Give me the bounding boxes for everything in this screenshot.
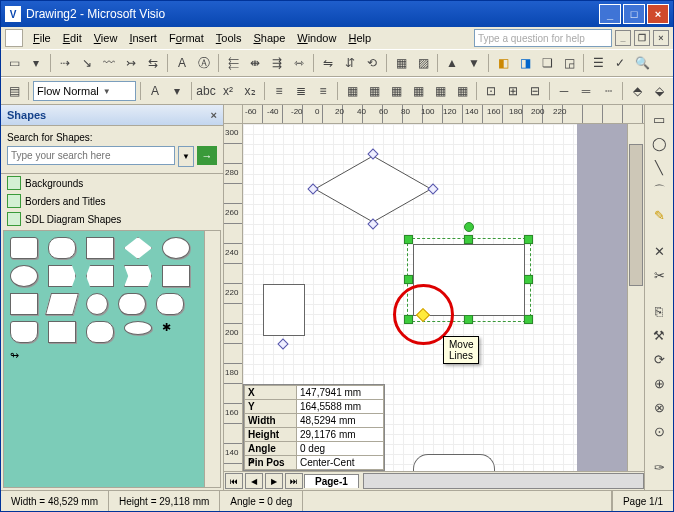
- palette-shape[interactable]: [10, 237, 38, 259]
- palette-shape[interactable]: [10, 293, 38, 315]
- stamp-tool-icon[interactable]: ⎘: [649, 301, 669, 321]
- palette-shape[interactable]: ↬: [10, 349, 36, 369]
- menu-tools[interactable]: Tools: [210, 30, 248, 46]
- align-left-icon[interactable]: ⬱: [223, 53, 243, 73]
- conn-double-icon[interactable]: ⇆: [143, 53, 163, 73]
- palette-shape[interactable]: [48, 321, 76, 343]
- rotate-icon[interactable]: ⟲: [362, 53, 382, 73]
- line3-icon[interactable]: ┄: [598, 81, 618, 101]
- shapes-search-input[interactable]: [7, 146, 175, 165]
- palette-shape[interactable]: [86, 265, 114, 287]
- vertical-scrollbar[interactable]: [627, 124, 644, 471]
- connection-point-icon[interactable]: ✕: [649, 241, 669, 261]
- palette-shape[interactable]: [86, 293, 108, 315]
- conn-straight-icon[interactable]: ↘: [77, 53, 97, 73]
- pencil-tool-icon[interactable]: ✎: [649, 205, 669, 225]
- spell-icon[interactable]: ✓: [610, 53, 630, 73]
- fragment-icon[interactable]: ⊗: [649, 397, 669, 417]
- resize-handle[interactable]: [404, 235, 413, 244]
- font-icon[interactable]: A: [145, 81, 165, 101]
- palette-shape[interactable]: [124, 321, 152, 335]
- page-tab[interactable]: Page-1: [304, 474, 359, 488]
- menu-help[interactable]: Help: [342, 30, 377, 46]
- pointer-tool-icon[interactable]: ▭: [4, 53, 24, 73]
- ellipse-tool-icon[interactable]: ◯: [649, 133, 669, 153]
- diamond-shape[interactable]: [313, 154, 433, 224]
- rounded-shape[interactable]: [413, 454, 495, 471]
- palette-shape[interactable]: [86, 321, 114, 343]
- distribute-icon[interactable]: ⇿: [289, 53, 309, 73]
- grid2-icon[interactable]: ▦: [364, 81, 384, 101]
- flip-h-icon[interactable]: ⇋: [318, 53, 338, 73]
- fill-color-icon[interactable]: ◧: [493, 53, 513, 73]
- text-block-icon[interactable]: Ⓐ: [194, 53, 214, 73]
- stencil-sdl[interactable]: SDL Diagram Shapes: [1, 210, 223, 228]
- grid3-icon[interactable]: ▦: [386, 81, 406, 101]
- connector3-icon[interactable]: ⊟: [525, 81, 545, 101]
- stencil-backgrounds[interactable]: Backgrounds: [1, 174, 223, 192]
- minimize-button[interactable]: _: [599, 4, 621, 24]
- tab-nav-last[interactable]: ⏭: [285, 473, 303, 489]
- layers-icon[interactable]: ☰: [588, 53, 608, 73]
- rectangle-tool-icon[interactable]: ▭: [649, 109, 669, 129]
- shadow-icon[interactable]: ❏: [537, 53, 557, 73]
- send-back-icon[interactable]: ▼: [464, 53, 484, 73]
- shapes-search-go-button[interactable]: →: [197, 146, 217, 165]
- text-tool-icon[interactable]: A: [172, 53, 192, 73]
- resize-handle[interactable]: [464, 235, 473, 244]
- superscript-icon[interactable]: x²: [218, 81, 238, 101]
- help-question-box[interactable]: Type a question for help: [474, 29, 612, 47]
- misc2-icon[interactable]: ⬙: [649, 81, 669, 101]
- grid4-icon[interactable]: ▦: [408, 81, 428, 101]
- menu-file[interactable]: FFileile: [27, 30, 57, 46]
- size-position-close[interactable]: ×: [246, 456, 258, 468]
- rotate-tool-icon[interactable]: ⟳: [649, 349, 669, 369]
- menu-edit[interactable]: Edit: [57, 30, 88, 46]
- union-icon[interactable]: ⊕: [649, 373, 669, 393]
- crop-tool-icon[interactable]: ✂: [649, 265, 669, 285]
- conn-curved-icon[interactable]: 〰: [99, 53, 119, 73]
- misc1-icon[interactable]: ⬘: [627, 81, 647, 101]
- palette-shape[interactable]: [124, 237, 152, 259]
- corner-icon[interactable]: ◲: [559, 53, 579, 73]
- subscript-icon[interactable]: x₂: [240, 81, 260, 101]
- menu-insert[interactable]: Insert: [123, 30, 163, 46]
- shapes-search-dropdown[interactable]: ▼: [178, 146, 194, 167]
- group-icon[interactable]: ▦: [391, 53, 411, 73]
- align-right-icon[interactable]: ⇶: [267, 53, 287, 73]
- palette-shape[interactable]: [10, 321, 38, 343]
- para-left-icon[interactable]: ≡: [269, 81, 289, 101]
- palette-shape[interactable]: [162, 237, 190, 259]
- para-center-icon[interactable]: ≣: [291, 81, 311, 101]
- menu-shape[interactable]: Shape: [247, 30, 291, 46]
- palette-shape[interactable]: [86, 237, 114, 259]
- ink-tool-icon[interactable]: ✑: [649, 457, 669, 477]
- palette-shape[interactable]: [48, 265, 76, 287]
- bring-front-icon[interactable]: ▲: [442, 53, 462, 73]
- palette-shape[interactable]: [10, 265, 38, 287]
- mdi-restore[interactable]: ❐: [634, 30, 650, 46]
- palette-shape[interactable]: ✱: [162, 321, 188, 341]
- conn-arrow-icon[interactable]: ↣: [121, 53, 141, 73]
- grid5-icon[interactable]: ▦: [430, 81, 450, 101]
- resize-handle[interactable]: [524, 275, 533, 284]
- align-center-icon[interactable]: ⇼: [245, 53, 265, 73]
- arc-tool-icon[interactable]: ⌒: [649, 181, 669, 201]
- intersect-icon[interactable]: ⊙: [649, 421, 669, 441]
- tab-nav-first[interactable]: ⏮: [225, 473, 243, 489]
- resize-handle[interactable]: [404, 275, 413, 284]
- close-button[interactable]: ×: [647, 4, 669, 24]
- resize-handle[interactable]: [524, 235, 533, 244]
- line-tool-icon[interactable]: ╲: [649, 157, 669, 177]
- maximize-button[interactable]: □: [623, 4, 645, 24]
- mdi-close[interactable]: ×: [653, 30, 669, 46]
- format-painter-icon[interactable]: ⚒: [649, 325, 669, 345]
- grid1-icon[interactable]: ▦: [342, 81, 362, 101]
- flip-v-icon[interactable]: ⇵: [340, 53, 360, 73]
- dropdown-icon[interactable]: ▾: [26, 53, 46, 73]
- line-color-icon[interactable]: ◨: [515, 53, 535, 73]
- connector-tool-icon[interactable]: ⇢: [55, 53, 75, 73]
- style-combo[interactable]: Flow Normal▼: [33, 81, 136, 101]
- connector2-icon[interactable]: ⊞: [503, 81, 523, 101]
- ungroup-icon[interactable]: ▨: [413, 53, 433, 73]
